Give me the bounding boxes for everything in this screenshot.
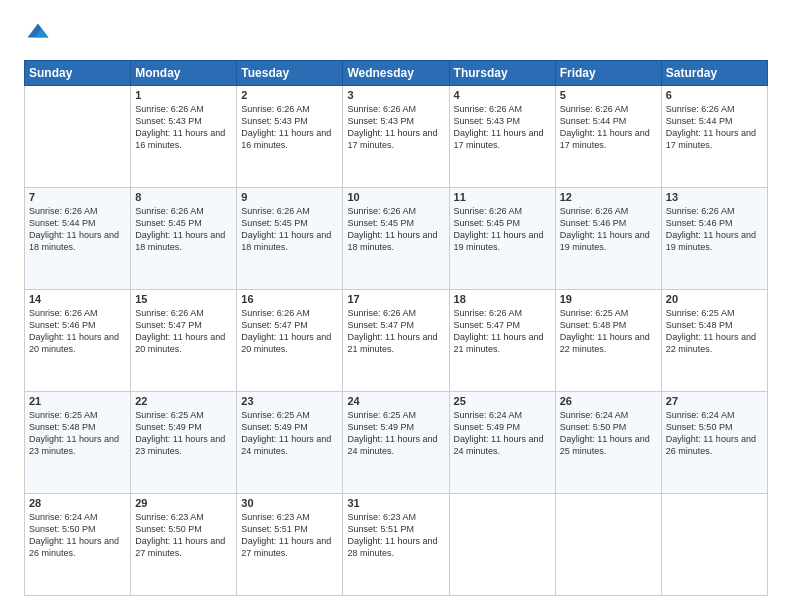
calendar-cell: 25Sunrise: 6:24 AMSunset: 5:49 PMDayligh…: [449, 392, 555, 494]
calendar-cell: 7Sunrise: 6:26 AMSunset: 5:44 PMDaylight…: [25, 188, 131, 290]
calendar-cell: 24Sunrise: 6:25 AMSunset: 5:49 PMDayligh…: [343, 392, 449, 494]
calendar-cell: 22Sunrise: 6:25 AMSunset: 5:49 PMDayligh…: [131, 392, 237, 494]
calendar-cell: 28Sunrise: 6:24 AMSunset: 5:50 PMDayligh…: [25, 494, 131, 596]
calendar-cell: 16Sunrise: 6:26 AMSunset: 5:47 PMDayligh…: [237, 290, 343, 392]
calendar-cell: 18Sunrise: 6:26 AMSunset: 5:47 PMDayligh…: [449, 290, 555, 392]
calendar-cell: 8Sunrise: 6:26 AMSunset: 5:45 PMDaylight…: [131, 188, 237, 290]
calendar-cell: 23Sunrise: 6:25 AMSunset: 5:49 PMDayligh…: [237, 392, 343, 494]
day-number: 24: [347, 395, 444, 407]
day-info: Sunrise: 6:25 AMSunset: 5:49 PMDaylight:…: [135, 409, 232, 458]
calendar-cell: 4Sunrise: 6:26 AMSunset: 5:43 PMDaylight…: [449, 86, 555, 188]
calendar-week-4: 21Sunrise: 6:25 AMSunset: 5:48 PMDayligh…: [25, 392, 768, 494]
calendar-week-2: 7Sunrise: 6:26 AMSunset: 5:44 PMDaylight…: [25, 188, 768, 290]
day-header-tuesday: Tuesday: [237, 61, 343, 86]
calendar-cell: [25, 86, 131, 188]
day-number: 3: [347, 89, 444, 101]
calendar-cell: 14Sunrise: 6:26 AMSunset: 5:46 PMDayligh…: [25, 290, 131, 392]
calendar-cell: 19Sunrise: 6:25 AMSunset: 5:48 PMDayligh…: [555, 290, 661, 392]
day-info: Sunrise: 6:23 AMSunset: 5:51 PMDaylight:…: [241, 511, 338, 560]
calendar-cell: 6Sunrise: 6:26 AMSunset: 5:44 PMDaylight…: [661, 86, 767, 188]
calendar-week-3: 14Sunrise: 6:26 AMSunset: 5:46 PMDayligh…: [25, 290, 768, 392]
calendar-cell: 27Sunrise: 6:24 AMSunset: 5:50 PMDayligh…: [661, 392, 767, 494]
day-info: Sunrise: 6:26 AMSunset: 5:45 PMDaylight:…: [135, 205, 232, 254]
day-number: 13: [666, 191, 763, 203]
day-info: Sunrise: 6:26 AMSunset: 5:47 PMDaylight:…: [347, 307, 444, 356]
day-number: 27: [666, 395, 763, 407]
day-info: Sunrise: 6:25 AMSunset: 5:49 PMDaylight:…: [241, 409, 338, 458]
day-info: Sunrise: 6:23 AMSunset: 5:50 PMDaylight:…: [135, 511, 232, 560]
day-number: 29: [135, 497, 232, 509]
day-info: Sunrise: 6:26 AMSunset: 5:46 PMDaylight:…: [560, 205, 657, 254]
day-info: Sunrise: 6:26 AMSunset: 5:43 PMDaylight:…: [454, 103, 551, 152]
day-info: Sunrise: 6:24 AMSunset: 5:50 PMDaylight:…: [29, 511, 126, 560]
day-info: Sunrise: 6:26 AMSunset: 5:46 PMDaylight:…: [666, 205, 763, 254]
calendar-week-5: 28Sunrise: 6:24 AMSunset: 5:50 PMDayligh…: [25, 494, 768, 596]
day-number: 30: [241, 497, 338, 509]
day-info: Sunrise: 6:25 AMSunset: 5:48 PMDaylight:…: [560, 307, 657, 356]
day-number: 14: [29, 293, 126, 305]
logo: [24, 20, 56, 48]
calendar-cell: 20Sunrise: 6:25 AMSunset: 5:48 PMDayligh…: [661, 290, 767, 392]
logo-icon: [24, 20, 52, 48]
day-info: Sunrise: 6:26 AMSunset: 5:44 PMDaylight:…: [666, 103, 763, 152]
day-number: 22: [135, 395, 232, 407]
calendar-page: SundayMondayTuesdayWednesdayThursdayFrid…: [0, 0, 792, 612]
day-number: 10: [347, 191, 444, 203]
calendar-cell: 5Sunrise: 6:26 AMSunset: 5:44 PMDaylight…: [555, 86, 661, 188]
day-info: Sunrise: 6:26 AMSunset: 5:47 PMDaylight:…: [454, 307, 551, 356]
calendar-cell: 26Sunrise: 6:24 AMSunset: 5:50 PMDayligh…: [555, 392, 661, 494]
day-number: 8: [135, 191, 232, 203]
day-info: Sunrise: 6:24 AMSunset: 5:50 PMDaylight:…: [560, 409, 657, 458]
day-number: 4: [454, 89, 551, 101]
calendar-week-1: 1Sunrise: 6:26 AMSunset: 5:43 PMDaylight…: [25, 86, 768, 188]
calendar-cell: 17Sunrise: 6:26 AMSunset: 5:47 PMDayligh…: [343, 290, 449, 392]
calendar-cell: 30Sunrise: 6:23 AMSunset: 5:51 PMDayligh…: [237, 494, 343, 596]
calendar-table: SundayMondayTuesdayWednesdayThursdayFrid…: [24, 60, 768, 596]
calendar-cell: 12Sunrise: 6:26 AMSunset: 5:46 PMDayligh…: [555, 188, 661, 290]
day-number: 5: [560, 89, 657, 101]
day-header-thursday: Thursday: [449, 61, 555, 86]
calendar-cell: 29Sunrise: 6:23 AMSunset: 5:50 PMDayligh…: [131, 494, 237, 596]
day-number: 21: [29, 395, 126, 407]
day-number: 15: [135, 293, 232, 305]
day-number: 26: [560, 395, 657, 407]
day-info: Sunrise: 6:26 AMSunset: 5:44 PMDaylight:…: [560, 103, 657, 152]
day-header-saturday: Saturday: [661, 61, 767, 86]
day-number: 17: [347, 293, 444, 305]
day-number: 19: [560, 293, 657, 305]
day-number: 9: [241, 191, 338, 203]
day-info: Sunrise: 6:25 AMSunset: 5:48 PMDaylight:…: [666, 307, 763, 356]
day-info: Sunrise: 6:26 AMSunset: 5:43 PMDaylight:…: [241, 103, 338, 152]
day-number: 20: [666, 293, 763, 305]
day-info: Sunrise: 6:26 AMSunset: 5:45 PMDaylight:…: [454, 205, 551, 254]
day-number: 12: [560, 191, 657, 203]
day-header-sunday: Sunday: [25, 61, 131, 86]
calendar-cell: 10Sunrise: 6:26 AMSunset: 5:45 PMDayligh…: [343, 188, 449, 290]
day-info: Sunrise: 6:26 AMSunset: 5:45 PMDaylight:…: [347, 205, 444, 254]
day-number: 2: [241, 89, 338, 101]
day-number: 16: [241, 293, 338, 305]
day-info: Sunrise: 6:23 AMSunset: 5:51 PMDaylight:…: [347, 511, 444, 560]
day-header-friday: Friday: [555, 61, 661, 86]
day-header-wednesday: Wednesday: [343, 61, 449, 86]
day-number: 7: [29, 191, 126, 203]
calendar-cell: [555, 494, 661, 596]
day-number: 23: [241, 395, 338, 407]
day-info: Sunrise: 6:26 AMSunset: 5:45 PMDaylight:…: [241, 205, 338, 254]
day-info: Sunrise: 6:24 AMSunset: 5:49 PMDaylight:…: [454, 409, 551, 458]
day-info: Sunrise: 6:26 AMSunset: 5:43 PMDaylight:…: [135, 103, 232, 152]
calendar-cell: 3Sunrise: 6:26 AMSunset: 5:43 PMDaylight…: [343, 86, 449, 188]
day-number: 6: [666, 89, 763, 101]
day-info: Sunrise: 6:25 AMSunset: 5:48 PMDaylight:…: [29, 409, 126, 458]
day-info: Sunrise: 6:26 AMSunset: 5:43 PMDaylight:…: [347, 103, 444, 152]
day-number: 11: [454, 191, 551, 203]
header: [24, 20, 768, 48]
day-number: 18: [454, 293, 551, 305]
day-number: 28: [29, 497, 126, 509]
day-header-monday: Monday: [131, 61, 237, 86]
calendar-cell: 15Sunrise: 6:26 AMSunset: 5:47 PMDayligh…: [131, 290, 237, 392]
day-number: 25: [454, 395, 551, 407]
day-number: 1: [135, 89, 232, 101]
calendar-cell: 21Sunrise: 6:25 AMSunset: 5:48 PMDayligh…: [25, 392, 131, 494]
day-info: Sunrise: 6:26 AMSunset: 5:46 PMDaylight:…: [29, 307, 126, 356]
